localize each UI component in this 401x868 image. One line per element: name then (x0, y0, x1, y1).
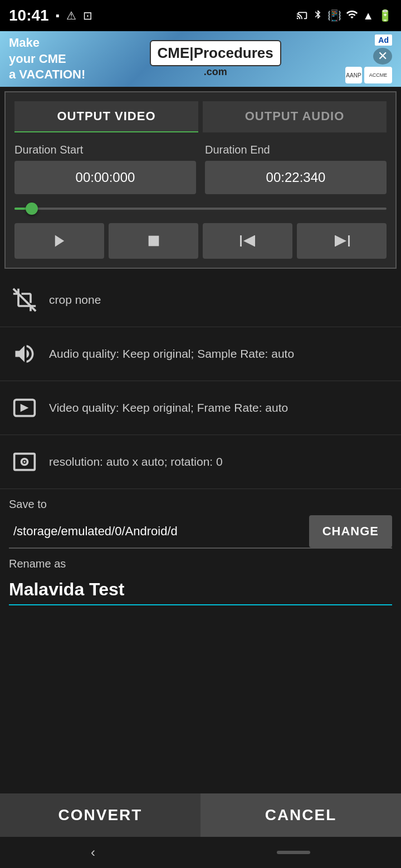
screen-cast-icon: ▪ (56, 9, 60, 22)
status-time: 10:41 (9, 7, 49, 24)
mark-in-button[interactable] (203, 223, 292, 259)
video-row[interactable]: Video quality: Keep original; Frame Rate… (0, 381, 401, 435)
nav-bar: ‹ (0, 837, 401, 868)
player-panel: OUTPUT VIDEO OUTPUT AUDIO Duration Start… (4, 91, 397, 269)
svg-marker-3 (243, 235, 255, 246)
tab-row: OUTPUT VIDEO OUTPUT AUDIO (14, 101, 387, 132)
duration-start-value[interactable]: 00:00:000 (14, 161, 196, 194)
change-button[interactable]: CHANGE (309, 515, 392, 548)
save-path: /storage/emulated/0/Android/d (9, 517, 309, 545)
audio-icon (9, 338, 40, 369)
play-button[interactable] (14, 223, 104, 259)
ad-line3: a VACATION! (9, 67, 85, 81)
duration-end-label: Duration End (205, 144, 387, 156)
svg-rect-1 (148, 236, 159, 246)
controls-row (14, 223, 387, 259)
ad-line1: Make (9, 36, 40, 50)
video-quality-icon (9, 392, 40, 423)
duration-start-col: Duration Start 00:00:000 (14, 144, 196, 194)
svg-point-12 (23, 461, 26, 463)
duration-end-col: Duration End 00:22:340 (205, 144, 387, 194)
cast-icon (296, 8, 309, 23)
save-to-label: Save to (9, 498, 392, 511)
save-section: Save to /storage/emulated/0/Android/d CH… (0, 489, 401, 614)
resolution-row[interactable]: resolution: auto x auto; rotation: 0 (0, 435, 401, 489)
ad-brand: CME|Procedures (158, 45, 273, 61)
audio-text: Audio quality: Keep original; Sample Rat… (49, 347, 392, 361)
resolution-text: resolution: auto x auto; rotation: 0 (49, 455, 392, 468)
warning-icon: ⚠ (66, 9, 76, 22)
duration-start-label: Duration Start (14, 144, 196, 156)
ad-domain: .com (204, 66, 227, 77)
crop-row[interactable]: crop none (0, 273, 401, 327)
svg-marker-6 (335, 235, 346, 246)
screen-record-icon: ⊡ (83, 9, 92, 22)
ad-banner: Make your CME a VACATION! CME|Procedures… (0, 31, 401, 87)
slider-thumb[interactable] (26, 203, 38, 215)
battery-icon: 🔋 (378, 9, 392, 22)
tab-output-video[interactable]: OUTPUT VIDEO (14, 101, 198, 132)
resolution-icon (9, 446, 40, 477)
rename-label: Rename as (9, 558, 392, 570)
svg-marker-0 (55, 235, 63, 247)
mark-out-button[interactable] (297, 223, 387, 259)
svg-rect-2 (240, 235, 242, 246)
cancel-button[interactable]: CANCEL (200, 793, 401, 837)
audio-row[interactable]: Audio quality: Keep original; Sample Rat… (0, 327, 401, 381)
signal-icon: ▲ (363, 9, 374, 22)
back-button[interactable]: ‹ (91, 845, 95, 860)
convert-button[interactable]: CONVERT (0, 793, 200, 837)
vibrate-icon: 📳 (327, 9, 341, 22)
svg-rect-5 (348, 235, 350, 246)
duration-end-value[interactable]: 00:22:340 (205, 161, 387, 194)
crop-text: crop none (49, 293, 392, 307)
tab-output-audio[interactable]: OUTPUT AUDIO (203, 101, 387, 132)
bottom-buttons: CONVERT CANCEL (0, 793, 401, 837)
slider-track (14, 208, 387, 210)
svg-line-8 (13, 289, 36, 311)
video-text: Video quality: Keep original; Frame Rate… (49, 401, 392, 415)
bluetooth-icon (313, 8, 323, 23)
crop-icon (9, 284, 40, 315)
stop-button[interactable] (109, 223, 198, 259)
status-bar: 10:41 ▪ ⚠ ⊡ 📳 ▲ 🔋 (0, 0, 401, 31)
duration-row: Duration Start 00:00:000 Duration End 00… (14, 144, 387, 194)
home-indicator[interactable] (277, 851, 310, 854)
rename-input[interactable] (9, 575, 392, 605)
path-row: /storage/emulated/0/Android/d CHANGE (9, 515, 392, 549)
wifi-icon (346, 8, 358, 23)
ad-close-btn[interactable]: ✕ (373, 48, 392, 65)
timeline-slider[interactable] (14, 203, 387, 214)
ad-line2: your CME (9, 52, 66, 66)
